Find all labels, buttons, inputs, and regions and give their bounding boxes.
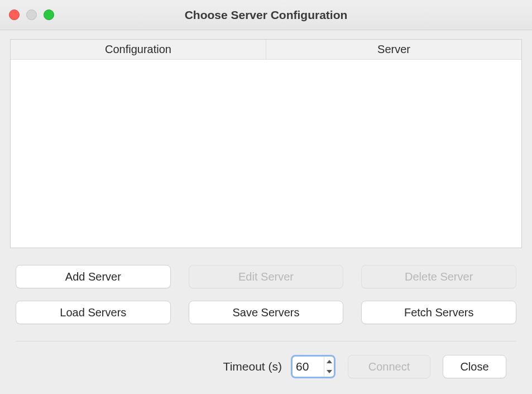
table-header: Configuration Server <box>11 40 521 60</box>
server-table[interactable]: Configuration Server <box>10 39 522 248</box>
save-servers-button[interactable]: Save Servers <box>189 301 344 324</box>
button-panel: Add Server Edit Server Delete Server Loa… <box>16 265 516 324</box>
close-window-icon[interactable] <box>9 10 20 20</box>
column-server[interactable]: Server <box>266 40 521 59</box>
titlebar: Choose Server Configuration <box>0 0 532 30</box>
close-button[interactable]: Close <box>443 355 506 378</box>
spin-buttons <box>324 357 334 377</box>
content-area: Configuration Server Add Server Edit Ser… <box>0 30 532 378</box>
stepper-up-icon[interactable] <box>324 357 334 367</box>
footer: Timeout (s) Connect Close <box>10 341 522 378</box>
zoom-window-icon[interactable] <box>44 10 54 20</box>
window-controls <box>9 10 54 20</box>
window-title: Choose Server Configuration <box>0 8 532 22</box>
fetch-servers-button[interactable]: Fetch Servers <box>361 301 516 324</box>
add-server-button[interactable]: Add Server <box>16 265 171 288</box>
timeout-label: Timeout (s) <box>223 360 282 373</box>
connect-button: Connect <box>348 355 430 378</box>
edit-server-button: Edit Server <box>189 265 344 288</box>
table-body[interactable] <box>11 60 521 248</box>
load-servers-button[interactable]: Load Servers <box>16 301 171 324</box>
column-configuration[interactable]: Configuration <box>11 40 266 59</box>
minimize-window-icon <box>26 10 37 20</box>
timeout-spinbox[interactable] <box>291 355 336 378</box>
timeout-input[interactable] <box>293 357 324 377</box>
delete-server-button: Delete Server <box>361 265 516 288</box>
stepper-down-icon[interactable] <box>324 367 334 377</box>
